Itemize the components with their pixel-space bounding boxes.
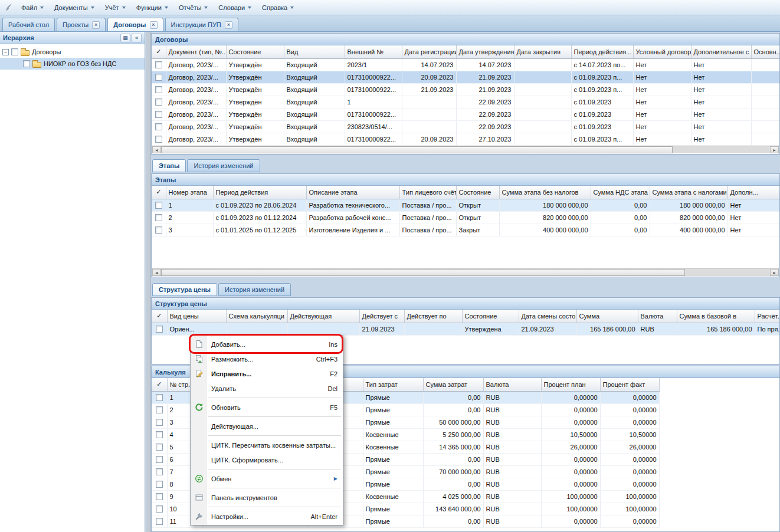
table-row[interactable]: Договор, 2023/...УтверждёнВходящий017310… (152, 83, 780, 96)
subtab[interactable]: История изменений (187, 159, 260, 172)
scroll-track[interactable] (161, 146, 770, 153)
row-checkbox[interactable] (155, 136, 162, 143)
column-header[interactable]: Сумма НДС этапа (591, 186, 650, 199)
column-header[interactable]: Описание этапа (306, 186, 399, 199)
column-header[interactable]: Условный договор (633, 45, 691, 58)
table-row[interactable]: Договор, 2023/...УтверждёнВходящий230823… (152, 120, 780, 133)
column-header[interactable]: Дата закрытия (514, 45, 571, 58)
row-checkbox[interactable] (156, 493, 163, 500)
column-header[interactable]: Действует по (404, 310, 462, 323)
table-row[interactable]: Договор, 2023/...УтверждёнВходящий017310… (152, 133, 780, 145)
row-checkbox[interactable] (156, 518, 163, 525)
table-row[interactable]: Договор, 2023/...УтверждёнВходящий2023/1… (152, 58, 780, 71)
context-menu-item[interactable]: Обмен▶ (191, 471, 343, 486)
row-checkbox[interactable] (155, 61, 162, 68)
context-menu-item[interactable]: ЦИТК. Пересчитать косвенные затраты... (191, 438, 343, 452)
column-header[interactable]: Состояние (462, 310, 519, 323)
row-checkbox[interactable] (156, 481, 163, 488)
column-header[interactable]: Сумма этапа с налогами (650, 186, 727, 199)
row-checkbox[interactable] (155, 226, 162, 234)
row-checkbox[interactable] (155, 123, 162, 130)
table-row[interactable]: 1с 01.09.2023 по 28.06.2024Разработка те… (152, 199, 780, 211)
row-checkbox[interactable] (155, 214, 162, 221)
subtab[interactable]: Структура цены (152, 283, 217, 296)
panel-splitter[interactable] (146, 32, 151, 532)
column-header[interactable]: ✓ (152, 186, 166, 199)
menubar-item[interactable]: Справка (257, 2, 299, 14)
column-header[interactable]: ✓ (152, 45, 166, 58)
column-header[interactable]: Дата утверждения (456, 45, 514, 58)
row-checkbox[interactable] (156, 505, 163, 513)
row-checkbox[interactable] (156, 406, 163, 413)
scroll-right-icon[interactable]: ► (770, 269, 779, 276)
column-header[interactable]: Состояние (226, 45, 284, 58)
expander-icon[interactable]: − (2, 49, 9, 55)
column-header[interactable]: Состояние (456, 186, 499, 199)
document-tab[interactable]: Инструкции ПУП× (165, 18, 238, 31)
tree-node[interactable]: НИОКР по ГОЗ без НДС (0, 58, 145, 70)
subtab[interactable]: История изменений (218, 283, 291, 296)
row-checkbox[interactable] (155, 86, 162, 93)
table-row[interactable]: 2с 01.09.2023 по 01.12.2024Разработка ра… (152, 211, 780, 224)
close-icon[interactable]: × (150, 21, 158, 29)
table-row[interactable]: Договор, 2023/...УтверждёнВходящий017310… (152, 71, 780, 83)
column-header[interactable]: Процент факт (600, 378, 659, 391)
column-header[interactable]: Дополн... (727, 186, 780, 199)
row-checkbox[interactable] (156, 431, 163, 438)
scroll-thumb[interactable] (161, 269, 685, 276)
menubar-item[interactable]: Отчёты (173, 2, 213, 14)
column-header[interactable]: ✓ (152, 378, 167, 391)
column-header[interactable]: Схема калькуляци (226, 310, 287, 323)
row-checkbox[interactable] (156, 394, 163, 401)
column-header[interactable]: Валюта (638, 310, 677, 323)
row-checkbox[interactable] (155, 74, 162, 81)
menubar-item[interactable]: Учёт (100, 2, 131, 14)
column-header[interactable]: Тип лицевого счёт (399, 186, 456, 199)
column-header[interactable]: Валюта (483, 378, 541, 391)
menubar-item[interactable]: Функции (131, 2, 173, 14)
column-header[interactable]: Период действия (213, 186, 306, 199)
document-tab[interactable]: Рабочий стол (2, 18, 55, 31)
row-checkbox[interactable] (156, 444, 163, 451)
close-icon[interactable]: × (92, 21, 100, 29)
context-menu-item[interactable]: УдалитьDel (191, 381, 343, 396)
row-checkbox[interactable] (156, 456, 163, 463)
row-checkbox[interactable] (155, 98, 162, 106)
scroll-left-icon[interactable]: ◄ (152, 146, 161, 153)
menubar-item[interactable]: Файл (16, 2, 49, 14)
node-checkbox[interactable] (23, 60, 30, 67)
column-header[interactable]: Номер этапа (166, 186, 213, 199)
scroll-track[interactable] (161, 269, 770, 276)
hierarchy-view-icon[interactable]: ▦ (120, 34, 130, 42)
column-header[interactable]: Сумма в базовой в (677, 310, 755, 323)
column-header[interactable]: Дополнительное с (691, 45, 751, 58)
scroll-left-icon[interactable]: ◄ (152, 269, 161, 276)
column-header[interactable]: Действующая (287, 310, 359, 323)
column-header[interactable]: Основн... (751, 45, 780, 58)
subtab[interactable]: Этапы (152, 159, 186, 172)
table-row[interactable]: 3с 01.01.2025 по 01.12.2025Изготовление … (152, 224, 780, 236)
etapy-hscrollbar[interactable]: ◄ ► (152, 268, 779, 276)
table-row[interactable]: Ориен...21.09.2023Утверждена21.09.202316… (152, 323, 780, 335)
column-header[interactable]: Внешний № (345, 45, 402, 58)
column-header[interactable]: Дата регистрации (402, 45, 456, 58)
context-menu-item[interactable]: Настройки...Alt+Enter (191, 509, 343, 524)
collapse-panel-icon[interactable]: « (132, 34, 142, 42)
table-row[interactable]: Договор, 2023/...УтверждёнВходящий017310… (152, 108, 780, 120)
column-header[interactable]: Вид (284, 45, 345, 58)
menubar-item[interactable]: Словари (213, 2, 257, 14)
column-header[interactable]: Дата смены состо (519, 310, 576, 323)
node-checkbox[interactable] (11, 48, 18, 55)
document-tab[interactable]: Проекты× (57, 18, 106, 31)
column-header[interactable]: Сумма (576, 310, 638, 323)
context-menu-item[interactable]: ЦИТК. Сформировать... (191, 452, 343, 467)
column-header[interactable]: Документ (тип, №... (166, 45, 226, 58)
column-header[interactable]: Действует с (359, 310, 404, 323)
row-checkbox[interactable] (156, 326, 163, 333)
document-tab[interactable]: Договоры× (107, 18, 163, 31)
tree-node[interactable]: −Договоры (0, 46, 145, 58)
contracts-hscrollbar[interactable]: ◄ ► (152, 146, 779, 153)
column-header[interactable]: Процент план (541, 378, 600, 391)
column-header[interactable]: Сумма этапа без налогов (499, 186, 591, 199)
table-row[interactable]: Договор, 2023/...УтверждёнВходящий122.09… (152, 96, 780, 108)
